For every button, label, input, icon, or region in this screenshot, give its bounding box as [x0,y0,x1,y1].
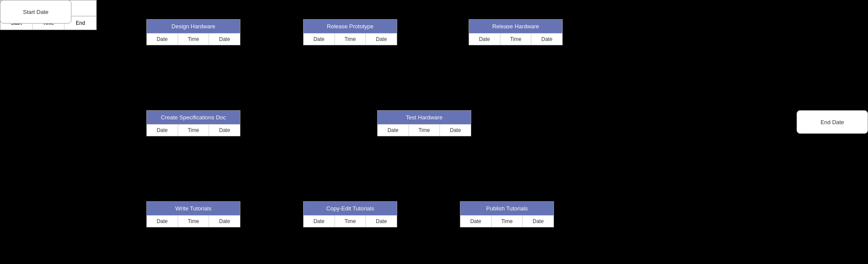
task-card-release-prototype: Release PrototypeDateTimeDate [303,19,397,45]
task-create-specs-doc-col3: Date [209,125,240,136]
task-create-specs-doc-col1: Date [147,125,178,136]
task-write-tutorials-col1: Date [147,216,178,227]
task-release-prototype-col2: Time [335,34,366,45]
task-release-prototype-col3: Date [366,34,397,45]
task-header-write-tutorials: Write Tutorials [147,202,240,215]
task-release-hardware-col2: Time [500,34,532,45]
task-card-test-hardware: Test HardwareDateTimeDate [377,110,471,136]
task-test-hardware-col2: Time [409,125,440,136]
task-copy-edit-tutorials-col3: Date [366,216,397,227]
task-card-create-specs-doc: Create Specifications DocDateTimeDate [146,110,240,136]
task-header-create-specs-doc: Create Specifications Doc [147,111,240,124]
task-design-hardware-col1: Date [147,34,178,45]
task-publish-tutorials-col1: Date [460,216,492,227]
task-card-design-hardware: Design HardwareDateTimeDate [146,19,240,45]
task-header-design-hardware: Design Hardware [147,20,240,33]
task-publish-tutorials-col2: Time [492,216,523,227]
task-test-hardware-col1: Date [378,125,409,136]
task-card-publish-tutorials: Publish TutorialsDateTimeDate [460,201,554,227]
task-design-hardware-col3: Date [209,34,240,45]
task-write-tutorials-col3: Date [209,216,240,227]
task-header-release-hardware: Release Hardware [469,20,562,33]
task-card-release-hardware: Release HardwareDateTimeDate [469,19,563,45]
task-header-publish-tutorials: Publish Tutorials [460,202,554,215]
task-header-test-hardware: Test Hardware [378,111,471,124]
task-write-tutorials-col2: Time [178,216,209,227]
task-release-hardware-col3: Date [531,34,562,45]
task-header-copy-edit-tutorials: Copy-Edit Tutorials [304,202,397,215]
task-test-hardware-col3: Date [440,125,471,136]
end-date-label: End Date [821,119,844,125]
task-release-prototype-col1: Date [304,34,335,45]
task-copy-edit-tutorials-col2: Time [335,216,366,227]
start-date-box[interactable]: Start Date [0,0,71,24]
task-card-copy-edit-tutorials: Copy-Edit TutorialsDateTimeDate [303,201,397,227]
task-copy-edit-tutorials-col1: Date [304,216,335,227]
task-release-hardware-col1: Date [469,34,500,45]
task-publish-tutorials-col3: Date [523,216,554,227]
task-design-hardware-col2: Time [178,34,209,45]
task-header-release-prototype: Release Prototype [304,20,397,33]
start-date-label: Start Date [23,9,49,15]
end-date-box[interactable]: End Date [797,110,868,134]
task-create-specs-doc-col2: Time [178,125,209,136]
task-card-write-tutorials: Write TutorialsDateTimeDate [146,201,240,227]
